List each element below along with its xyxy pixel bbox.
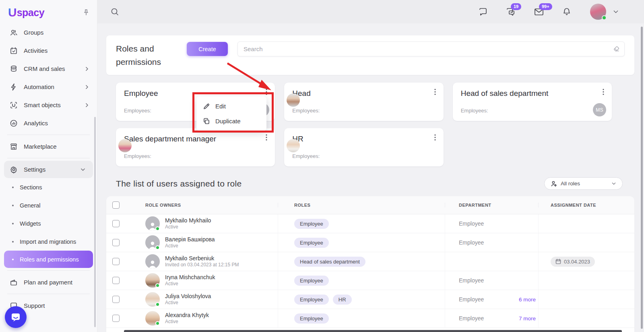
bottom-bar (124, 330, 622, 332)
role-chip: HR (333, 295, 352, 305)
online-status-dot (155, 226, 160, 231)
user-status: Active (165, 281, 215, 287)
eraser-icon[interactable] (613, 46, 620, 52)
role-card-sales-manager[interactable]: Sales department manager Employees: (116, 128, 275, 166)
table-row[interactable]: Juliya Voloshylova Active Employee HR Em… (106, 290, 634, 309)
sidebar-subitem-import[interactable]: Import and migrations (0, 232, 97, 251)
page-header: Roles and permissions Create (106, 35, 634, 75)
row-checkbox[interactable] (112, 296, 120, 303)
chats-icon[interactable]: 19 (506, 7, 516, 17)
table-header: ROLE OWNERS ROLES DEPARTMENT ASSIGNMENT … (106, 196, 634, 214)
row-checkbox[interactable] (112, 277, 120, 284)
role-cards: Employee Employees: Head Employees: Head… (116, 83, 612, 166)
sidebar-item-smart-objects[interactable]: Smart objects (0, 96, 97, 114)
role-card-head[interactable]: Head Employees: (284, 83, 443, 121)
page-scrollbar[interactable] (641, 27, 643, 329)
avatar-initials[interactable]: MS (593, 103, 606, 116)
table-row[interactable]: Mykhailo Serbeniuk Invited on 03.04.2023… (106, 252, 634, 271)
sidebar-item-analytics[interactable]: Analytics (0, 114, 97, 132)
context-menu: Edit Duplicate (196, 96, 266, 131)
role-chip: Employee (294, 276, 329, 286)
kebab-menu-icon[interactable] (262, 133, 271, 142)
avatar[interactable] (118, 139, 132, 152)
avatar[interactable] (287, 139, 300, 152)
context-menu-duplicate[interactable]: Duplicate (196, 114, 266, 129)
sidebar-subitem-label: Import and migrations (20, 239, 76, 245)
context-menu-item-label: Duplicate (215, 118, 241, 124)
context-menu-edit[interactable]: Edit (196, 99, 266, 114)
row-checkbox[interactable] (112, 239, 120, 246)
row-checkbox[interactable] (112, 315, 120, 322)
sidebar-scrollbar[interactable] (94, 117, 96, 327)
chevron-right-icon (84, 66, 90, 72)
chevron-down-icon (611, 181, 617, 187)
bullet-icon (12, 223, 14, 224)
kebab-menu-icon[interactable] (599, 87, 608, 96)
chevron-down-icon (80, 167, 86, 172)
sidebar-item-settings[interactable]: Settings (4, 161, 93, 178)
comment-icon[interactable] (478, 7, 488, 17)
pin-icon[interactable] (83, 9, 90, 16)
create-button[interactable]: Create (187, 42, 228, 56)
mail-icon[interactable]: 99+ (534, 7, 544, 17)
bell-icon[interactable] (562, 7, 572, 17)
user-avatar[interactable] (590, 4, 606, 20)
kebab-menu-icon[interactable] (431, 87, 440, 96)
department: Employee (459, 220, 484, 227)
sidebar-item-groups[interactable]: Groups (0, 23, 97, 42)
table-row[interactable]: Валерія Башкірова Active Employee Employ… (106, 233, 634, 252)
sidebar-item-crm[interactable]: CRM and sales (0, 60, 97, 78)
user-name: Alexandra Khytyk (165, 311, 209, 319)
main-content: Roles and permissions Create Employee Em… (97, 23, 644, 332)
sidebar-item-label: Marketplace (24, 143, 57, 150)
row-checkbox[interactable] (112, 258, 120, 265)
topbar: 19 99+ (97, 0, 644, 23)
search-icon[interactable] (110, 7, 119, 16)
department: Employee (459, 315, 484, 322)
chevron-down-icon[interactable] (613, 8, 619, 15)
sidebar-subitem-widgets[interactable]: Widgets (0, 214, 97, 232)
select-all-checkbox[interactable] (112, 201, 120, 209)
sidebar: U spacy Groups CRM and sales Activities … (0, 0, 97, 332)
table-row[interactable]: Alexandra Khytyk Active Employee Employe… (106, 309, 634, 328)
roles-filter-dropdown[interactable]: All roles (544, 177, 623, 190)
calendar-icon (555, 259, 561, 264)
users-table: ROLE OWNERS ROLES DEPARTMENT ASSIGNMENT … (106, 196, 634, 332)
more-departments-link[interactable]: 7 more (519, 315, 536, 322)
chats-badge: 19 (511, 3, 521, 10)
sidebar-item-label: Plan and payment (24, 279, 72, 286)
groups-icon (10, 29, 18, 37)
search-input[interactable] (237, 42, 625, 56)
online-status-dot (155, 245, 160, 250)
calendar-icon (10, 47, 18, 55)
bullet-icon (12, 259, 14, 260)
role-card-head-of-sales[interactable]: Head of sales department Employees: MS (453, 83, 612, 121)
table-row[interactable]: Iryna Mishchanchuk Active Employee Emplo… (106, 271, 634, 290)
sidebar-item-label: CRM and sales (24, 65, 65, 72)
sidebar-subitem-label: Sections (20, 184, 42, 191)
sidebar-subitem-sections[interactable]: Sections (0, 178, 97, 196)
sidebar-item-marketplace[interactable]: Marketplace (0, 137, 97, 156)
divider (7, 135, 90, 135)
pencil-icon (203, 103, 210, 110)
table-row[interactable]: Mykhailo Mykhailo Active Employee Employ… (106, 214, 634, 233)
avatar (145, 311, 160, 326)
sidebar-item-automation[interactable]: Automation (0, 78, 97, 96)
kebab-menu-icon[interactable] (431, 133, 440, 142)
sidebar-item-label: Automation (24, 83, 54, 90)
support-chat-button[interactable] (5, 306, 27, 328)
role-card-title: Sales department manager (124, 135, 267, 143)
assignment-date: 03.04.2023 (564, 259, 590, 265)
sidebar-subitem-roles-permissions[interactable]: Roles and permissions (4, 251, 93, 268)
role-chip: Employee (294, 295, 329, 305)
avatar[interactable] (287, 93, 300, 107)
user-name: Валерія Башкірова (165, 236, 215, 243)
sidebar-subitem-general[interactable]: General (0, 196, 97, 214)
logo: U spacy (0, 0, 97, 23)
row-checkbox[interactable] (112, 220, 120, 227)
more-departments-link[interactable]: 6 more (519, 297, 536, 303)
sidebar-item-plan-payment[interactable]: Plan and payment (0, 273, 97, 291)
sidebar-item-activities[interactable]: CRM and sales Activities (0, 42, 97, 60)
kebab-menu-icon[interactable] (262, 87, 271, 96)
role-card-hr[interactable]: HR Employees: (284, 128, 443, 166)
